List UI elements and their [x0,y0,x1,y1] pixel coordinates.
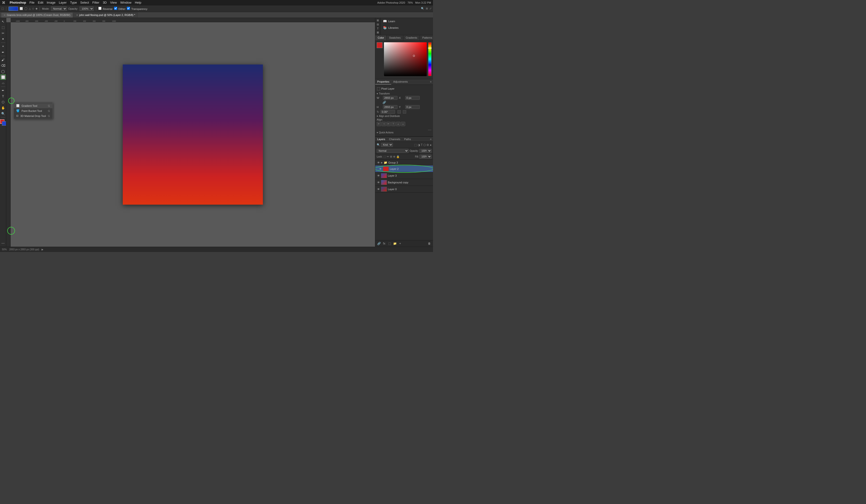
lock-artboard-icon[interactable]: ⊞ [390,155,392,158]
libraries-item[interactable]: 📚 Libraries [380,24,433,31]
color-tab[interactable]: Color [375,35,387,41]
new-group-btn[interactable]: 📁 [393,242,397,246]
tool-popup-gradient[interactable]: ⬜ Gradient Tool G [14,103,53,108]
tool-extra[interactable]: ⋯ [0,240,6,246]
menu-image[interactable]: Image [47,1,55,4]
reverse-checkbox[interactable] [98,7,101,10]
learn-item[interactable]: 📖 Learn [380,18,433,24]
background-color[interactable] [2,121,6,126]
filter-pixel-icon[interactable]: ⬚ [414,143,417,147]
tab-john[interactable]: ✕ john wall flexing.psd @ 50% (Layer 2, … [74,12,138,18]
add-mask-btn[interactable]: ⬚ [387,242,392,246]
filter-toggle[interactable]: ● [430,143,432,147]
gradient-preview[interactable] [9,7,18,11]
gradient-type-linear[interactable]: ⬜ [20,7,23,10]
flip-v-icon[interactable] [403,110,406,114]
props-tab-more[interactable]: ≡ [429,79,433,85]
expand-icon[interactable]: ⤢ [429,7,432,10]
layer-2-item[interactable]: 👁 Layer 2 [375,166,433,172]
channels-panel-icon[interactable]: ⊟ [377,23,379,26]
tool-zoom[interactable]: 🔍 [0,111,6,116]
tool-brush[interactable]: 🖌 [0,57,6,62]
tool-clone[interactable]: ⌫ [0,63,6,68]
tool-pen[interactable]: ✒ [0,88,6,93]
add-link-btn[interactable]: 🔗 [377,242,381,246]
tool-dodge[interactable]: ⌓ [0,80,6,86]
background-copy-item[interactable]: 👁 Background copy [375,179,433,186]
tool-text[interactable]: T [0,93,6,99]
w-input[interactable] [383,96,398,100]
align-top-btn[interactable]: ⊤ [391,122,396,126]
gradient-type-diamond[interactable]: ◆ [35,7,37,10]
bg-copy-visibility[interactable]: 👁 [377,181,380,184]
filter-shape-icon[interactable]: ⬡ [423,143,426,147]
menu-3d[interactable]: 3D [103,1,107,4]
tool-eraser[interactable]: ◯ [0,69,6,74]
delete-layer-btn[interactable]: 🗑 [427,242,432,246]
align-center-v-btn[interactable]: ⊥ [396,122,400,126]
transparency-checkbox[interactable] [127,7,130,10]
tool-popup-3ddrop[interactable]: ⊡ 3D Material Drop Tool G [14,113,53,119]
opacity-select[interactable]: 100% [79,7,94,11]
quick-actions-section[interactable]: ▾ Quick Actions [377,131,432,134]
align-bottom-btn[interactable]: ⊥ [401,122,405,126]
transform-section[interactable]: ▾ Transform [377,92,432,95]
gradients-tab[interactable]: Gradients [403,35,420,41]
dither-checkbox-label[interactable]: Dither [114,7,125,10]
tab-john-close[interactable]: ✕ [76,14,78,16]
tab-giannis[interactable]: ✕ Giannis bros edit.psd @ 100% (Cream Du… [1,12,73,18]
channels-tab[interactable]: Channels [387,137,402,142]
tool-wand[interactable]: ✦ [0,36,6,42]
layers-tab[interactable]: Layers [375,137,387,142]
tool-gradient[interactable]: ⬜ [0,75,6,80]
layers-panel-icon[interactable]: ⊞ [377,19,379,22]
layer-0-item[interactable]: 👁 Layer 0 [375,186,433,192]
color-swatch-fg[interactable] [377,42,382,48]
tab-giannis-close[interactable]: ✕ [4,14,5,16]
filter-type-icon[interactable]: T [421,143,422,147]
tool-eyedropper[interactable]: ✒ [0,49,6,55]
adjustments-tab[interactable]: Adjustments [391,79,410,85]
tool-move[interactable]: ↖ [0,19,6,24]
paths-tab[interactable]: Paths [402,137,413,142]
tool-hand[interactable]: ✋ [0,105,6,110]
menu-help[interactable]: Help [135,1,141,4]
layers-opacity-select[interactable]: 100% [420,149,432,153]
tool-lasso[interactable]: ✂ [0,31,6,36]
menu-type[interactable]: Type [70,1,77,4]
group-3-row[interactable]: 👁 ▶ 📁 Group 3 [375,160,433,166]
search-icon[interactable]: 🔍 [421,7,424,10]
menu-file[interactable]: File [30,1,35,4]
layers-tab-more[interactable]: ≡ [429,137,433,142]
new-layer-btn[interactable]: + [398,242,402,246]
fill-select[interactable]: 100% [420,155,432,159]
menu-filter[interactable]: Filter [92,1,99,4]
rotation-input[interactable] [380,110,395,114]
more-align-options[interactable]: … [377,127,432,131]
swatches-tab[interactable]: Swatches [387,35,403,41]
layer-0-visibility[interactable]: 👁 [377,188,380,191]
align-center-h-btn[interactable]: ⊣ [381,122,386,126]
transparency-checkbox-label[interactable]: Transparency [127,7,147,10]
align-right-btn[interactable]: ⊢ [386,122,391,126]
menu-window[interactable]: Window [120,1,131,4]
lock-all-icon[interactable]: 🔒 [396,155,400,158]
add-effect-btn[interactable]: fx [382,242,386,246]
mode-select[interactable]: Normal [51,7,67,11]
status-arrow[interactable]: ▶ [42,248,44,251]
tool-crop[interactable]: ⌖ [0,44,6,49]
fg-bg-color-area[interactable] [0,119,6,127]
x-input[interactable] [405,96,420,100]
lock-paint-icon[interactable]: ✏ [387,155,389,158]
hue-bar[interactable] [428,42,432,76]
layers-mode-select[interactable]: Normal [377,149,409,153]
filter-smart-icon[interactable]: ⚙ [426,143,429,147]
layers-kind-select[interactable]: Kind [381,143,393,147]
gradient-type-angle[interactable]: △ [29,7,31,10]
align-left-btn[interactable]: ⊢ [377,122,381,126]
type-panel-icon[interactable]: T [377,27,379,30]
patterns-tab[interactable]: Patterns [420,35,433,41]
align-section[interactable]: ▾ Align and Distribute [377,115,432,117]
link-proportional-icon[interactable]: 🔗 [382,101,386,104]
menu-select[interactable]: Select [80,1,89,4]
